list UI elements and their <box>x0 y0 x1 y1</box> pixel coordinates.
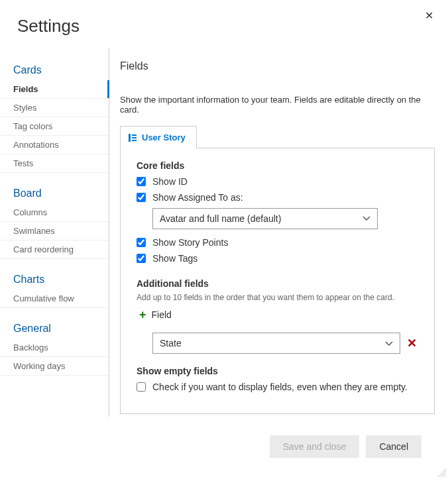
main-panel: Fields Show the important information to… <box>109 48 448 417</box>
close-button[interactable]: ✕ <box>422 7 436 25</box>
tab-content: Core fields Show ID Show Assigned To as:… <box>120 148 435 414</box>
empty-fields-heading: Show empty fields <box>137 366 418 376</box>
close-icon: ✕ <box>425 10 433 21</box>
main-description: Show the important information to your t… <box>120 95 435 115</box>
add-field-button[interactable]: + Field <box>139 309 418 321</box>
sidebar-group-cards: Cards <box>0 60 109 80</box>
x-icon: ✕ <box>407 337 417 350</box>
sidebar-item-card-reordering[interactable]: Card reordering <box>0 240 109 259</box>
sidebar-item-tests[interactable]: Tests <box>0 154 109 173</box>
sidebar-item-tag-colors[interactable]: Tag colors <box>0 117 109 136</box>
show-tags-label: Show Tags <box>152 253 197 264</box>
assigned-to-dropdown[interactable]: Avatar and full name (default) <box>152 208 378 229</box>
sidebar-item-label: Fields <box>13 84 38 94</box>
sidebar-group-general: General <box>0 319 109 339</box>
story-points-checkbox[interactable] <box>137 238 146 247</box>
core-fields-heading: Core fields <box>137 160 418 171</box>
sidebar-item-swimlanes[interactable]: Swimlanes <box>0 222 109 240</box>
svg-rect-3 <box>132 140 137 141</box>
empty-fields-checkbox[interactable] <box>137 382 146 392</box>
sidebar-item-label: Swimlanes <box>13 226 55 236</box>
assigned-to-value: Avatar and full name (default) <box>160 213 281 224</box>
svg-rect-1 <box>132 134 137 136</box>
sidebar-item-columns[interactable]: Columns <box>0 203 109 222</box>
plus-icon: + <box>139 309 146 321</box>
resize-grip-icon[interactable] <box>437 468 447 478</box>
sidebar-item-label: Cumulative flow <box>13 293 74 303</box>
additional-fields-subtext: Add up to 10 fields in the order that yo… <box>137 293 418 302</box>
remove-field-button[interactable]: ✕ <box>406 337 418 349</box>
user-story-icon <box>129 134 137 142</box>
sidebar-item-working-days[interactable]: Working days <box>0 357 109 376</box>
svg-rect-2 <box>132 137 137 138</box>
sidebar-item-label: Card reordering <box>13 244 74 254</box>
sidebar-item-label: Backlogs <box>13 343 48 352</box>
cancel-button[interactable]: Cancel <box>366 435 421 458</box>
story-points-label: Show Story Points <box>152 237 228 248</box>
chevron-down-icon <box>385 338 393 348</box>
show-id-label: Show ID <box>152 176 188 187</box>
sidebar-item-label: Styles <box>13 103 36 113</box>
chevron-down-icon <box>363 214 370 223</box>
save-and-close-button[interactable]: Save and close <box>270 435 360 458</box>
main-heading: Fields <box>120 60 435 72</box>
assigned-to-checkbox[interactable] <box>137 193 146 202</box>
sidebar-item-cumulative-flow[interactable]: Cumulative flow <box>0 290 109 308</box>
tab-label: User Story <box>142 133 186 142</box>
sidebar-group-charts: Charts <box>0 270 109 290</box>
sidebar-item-backlogs[interactable]: Backlogs <box>0 339 109 357</box>
field-dropdown[interactable]: State <box>152 333 400 354</box>
sidebar-item-annotations[interactable]: Annotations <box>0 136 109 154</box>
sidebar-item-styles[interactable]: Styles <box>0 99 109 117</box>
add-field-label: Field <box>152 309 172 320</box>
sidebar-item-label: Working days <box>13 361 66 371</box>
sidebar-item-label: Columns <box>13 207 47 217</box>
dialog-footer: Save and close Cancel <box>270 435 421 458</box>
sidebar: Cards Fields Styles Tag colors Annotatio… <box>0 48 109 417</box>
show-id-checkbox[interactable] <box>137 177 146 186</box>
additional-fields-heading: Additional fields <box>137 278 418 289</box>
tab-bar: User Story <box>120 125 435 148</box>
show-tags-checkbox[interactable] <box>137 254 146 263</box>
tab-user-story[interactable]: User Story <box>120 126 197 148</box>
page-title: Settings <box>0 0 448 48</box>
assigned-to-label: Show Assigned To as: <box>152 192 243 203</box>
sidebar-item-label: Annotations <box>13 140 59 150</box>
sidebar-group-board: Board <box>0 184 109 203</box>
sidebar-item-label: Tests <box>13 158 33 168</box>
sidebar-item-fields[interactable]: Fields <box>0 80 109 99</box>
sidebar-item-label: Tag colors <box>13 121 52 131</box>
field-dropdown-value: State <box>160 338 182 348</box>
svg-rect-0 <box>129 134 131 142</box>
empty-fields-label: Check if you want to display fields, eve… <box>152 382 408 392</box>
